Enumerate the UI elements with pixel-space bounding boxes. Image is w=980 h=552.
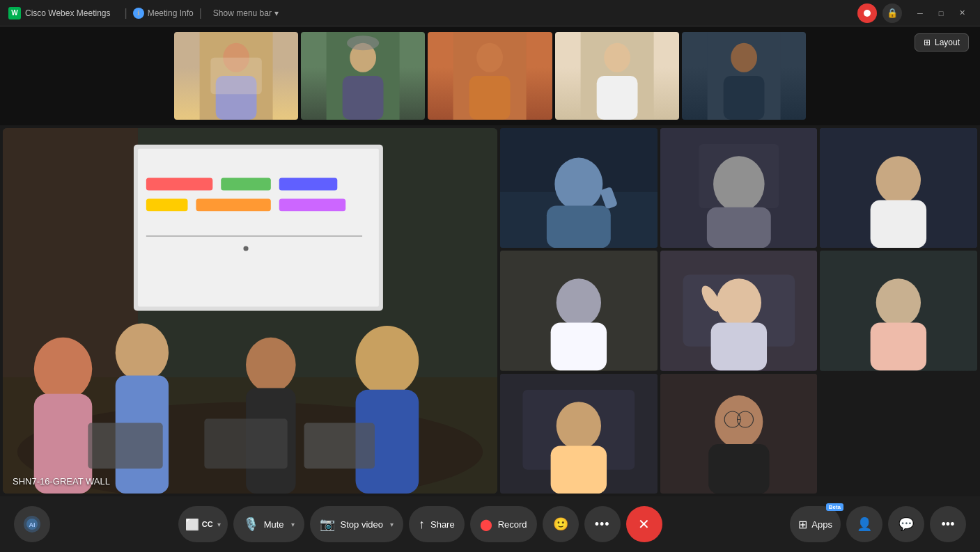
more-button[interactable]: •••: [584, 506, 621, 542]
apps-label: Apps: [811, 519, 832, 530]
recording-indicator: [857, 3, 877, 23]
more-icon: •••: [595, 517, 610, 532]
grid-cell-3[interactable]: [820, 128, 977, 248]
svg-rect-40: [204, 419, 287, 469]
main-content-area: SHN7-16-GREAT WALL: [0, 125, 980, 496]
svg-point-28: [243, 246, 248, 251]
beta-badge: Beta: [826, 503, 843, 511]
layout-label: Layout: [935, 38, 960, 47]
share-label: Share: [430, 519, 455, 530]
webex-icon: W: [8, 7, 21, 19]
svg-rect-25: [196, 198, 270, 211]
grid-cell-5[interactable]: [660, 251, 818, 370]
grid-cell-6[interactable]: [820, 251, 977, 370]
svg-rect-41: [304, 423, 375, 469]
mute-button[interactable]: 🎙️ Mute ▾: [233, 506, 304, 542]
maximize-button[interactable]: □: [931, 3, 951, 23]
record-icon: ⬤: [480, 518, 492, 531]
svg-point-15: [731, 43, 757, 72]
record-dot: [864, 10, 871, 17]
app-logo: W Cisco Webex Meetings: [8, 7, 111, 19]
thumbnail-1[interactable]: [174, 32, 298, 120]
video-caret: ▾: [390, 521, 394, 528]
captions-caret: ▾: [217, 521, 221, 528]
more-options-button[interactable]: •••: [930, 506, 966, 542]
svg-point-31: [34, 338, 93, 401]
svg-rect-45: [547, 205, 611, 248]
grid-cell-2[interactable]: [660, 128, 818, 248]
share-button[interactable]: ↑ Share: [409, 506, 465, 542]
svg-point-9: [477, 43, 504, 72]
top-thumbnails-strip: [0, 26, 980, 125]
main-video-label: SHN7-16-GREAT WALL: [13, 476, 110, 487]
thumbnail-4[interactable]: [555, 32, 679, 120]
svg-rect-6: [343, 76, 384, 120]
more-options-icon: •••: [942, 517, 955, 532]
svg-point-68: [557, 402, 601, 450]
svg-rect-65: [871, 323, 926, 371]
thumbnail-5[interactable]: [682, 32, 806, 120]
meeting-info-label: Meeting Info: [148, 8, 194, 18]
svg-rect-57: [551, 323, 607, 371]
captions-inner: CC: [202, 520, 213, 528]
svg-rect-69: [551, 445, 607, 494]
svg-rect-21: [146, 178, 212, 191]
svg-point-53: [876, 156, 921, 204]
svg-point-60: [716, 279, 761, 327]
svg-point-33: [116, 323, 169, 381]
stop-video-button[interactable]: 📷 Stop video ▾: [310, 506, 403, 542]
show-menu-button[interactable]: Show menu bar ▾: [213, 8, 279, 18]
svg-rect-61: [710, 323, 766, 371]
grid-cell-7[interactable]: [500, 374, 658, 494]
right-video-grid: [500, 128, 977, 494]
grid-cell-8[interactable]: [660, 374, 818, 494]
toolbar-center: ⬜ CC ▾ 🎙️ Mute ▾ 📷 Stop video ▾ ↑ Share …: [178, 506, 662, 542]
mute-caret: ▾: [291, 521, 295, 528]
thumbnail-3[interactable]: [428, 32, 552, 120]
camera-icon: 📷: [320, 516, 335, 532]
svg-rect-72: [708, 444, 769, 494]
svg-rect-24: [146, 198, 188, 211]
svg-rect-3: [210, 58, 262, 95]
toolbar: AI ⬜ CC ▾ 🎙️ Mute ▾ 📷 Stop video ▾ ↑ Sha…: [0, 496, 980, 552]
meeting-info-button[interactable]: ℹ Meeting Info: [133, 8, 194, 19]
close-button[interactable]: ✕: [952, 3, 972, 23]
mute-label: Mute: [264, 519, 284, 530]
layout-button[interactable]: ⊞ Layout: [915, 33, 969, 52]
svg-rect-22: [221, 178, 271, 191]
svg-rect-26: [279, 198, 345, 211]
svg-rect-10: [469, 76, 511, 120]
end-call-icon: ✕: [638, 516, 650, 533]
chat-button[interactable]: 💬: [888, 506, 924, 542]
stop-video-label: Stop video: [341, 519, 383, 530]
main-video-tile[interactable]: SHN7-16-GREAT WALL: [3, 128, 497, 494]
svg-text:AI: AI: [29, 521, 36, 528]
reactions-button[interactable]: 🙂: [543, 506, 579, 542]
chevron-down-icon: ▾: [274, 8, 279, 18]
toolbar-right: ⊞ Apps Beta 👤 💬 •••: [790, 506, 966, 542]
apps-button[interactable]: ⊞ Apps Beta: [790, 506, 841, 542]
ai-assistant-button[interactable]: AI: [14, 506, 50, 542]
svg-point-37: [356, 326, 419, 395]
participants-button[interactable]: 👤: [846, 506, 882, 542]
svg-point-49: [713, 156, 765, 212]
divider-2: |: [199, 7, 202, 19]
end-call-button[interactable]: ✕: [626, 506, 662, 542]
svg-rect-50: [707, 207, 771, 249]
svg-point-35: [246, 338, 296, 393]
chat-icon: 💬: [899, 516, 914, 532]
minimize-button[interactable]: ─: [910, 3, 930, 23]
lock-button[interactable]: 🔒: [882, 3, 902, 23]
grid-cell-4[interactable]: [500, 251, 658, 370]
svg-point-44: [554, 158, 602, 211]
grid-cell-1[interactable]: [500, 128, 658, 248]
svg-rect-39: [88, 423, 162, 469]
record-button[interactable]: ⬤ Record: [470, 506, 537, 542]
captions-button[interactable]: ⬜ CC ▾: [178, 506, 228, 542]
divider-1: |: [125, 7, 127, 19]
apps-grid-icon: ⊞: [798, 518, 807, 531]
thumbnail-2[interactable]: [301, 32, 425, 120]
svg-point-12: [604, 43, 630, 72]
title-controls: 🔒 ─ □ ✕: [857, 3, 972, 23]
window-controls: ─ □ ✕: [910, 3, 972, 23]
